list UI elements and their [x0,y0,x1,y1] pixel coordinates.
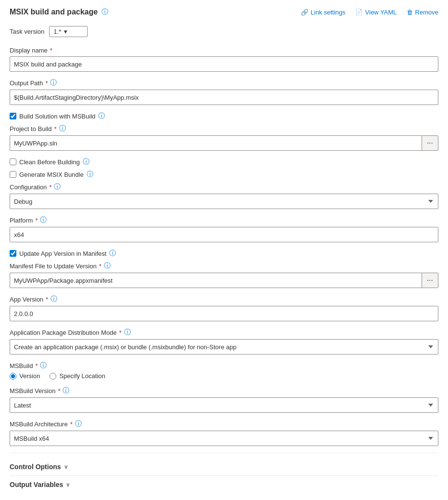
manifest-ellipsis-button[interactable]: ··· [422,273,438,288]
configuration-select[interactable]: Debug Release [10,194,438,209]
build-solution-checkbox[interactable] [10,113,16,119]
msbuild-version-radio-label[interactable]: Version [19,372,40,380]
output-variables-chevron-icon: ∨ [66,482,70,488]
manifest-info-icon[interactable]: ⓘ [104,262,111,270]
task-version-value: 1.* [53,28,61,35]
configuration-label: Configuration * ⓘ [10,183,438,191]
trash-icon: 🗑 [407,9,413,16]
msbuild-architecture-select[interactable]: MSBuild x64 MSBuild x86 [10,431,438,446]
msbuild-version-radio-row: Version [10,372,40,380]
msbuild-version-info-icon[interactable]: ⓘ [63,386,69,395]
distribution-mode-select[interactable]: Create an application package (.msix) or… [10,339,438,355]
display-name-input[interactable] [10,56,438,72]
msbuild-specify-radio-row: Specify Location [50,372,105,380]
header-left: MSIX build and package ⓘ [10,8,108,16]
msbuild-info-icon[interactable]: ⓘ [40,361,47,370]
distribution-info-icon[interactable]: ⓘ [124,328,131,337]
configuration-field: Configuration * ⓘ Debug Release [10,183,438,209]
view-yaml-button[interactable]: 📄 View YAML [355,9,397,16]
msbuild-version-label: MSBuild Version * ⓘ [10,386,438,395]
distribution-mode-label: Application Package Distribution Mode * … [10,328,438,337]
manifest-input[interactable] [10,273,422,288]
project-ellipsis-button[interactable]: ··· [422,135,438,151]
output-path-input[interactable] [10,90,438,105]
generate-msix-bundle-row: Generate MSIX Bundle ⓘ [10,170,438,179]
bundle-info-icon[interactable]: ⓘ [87,170,93,179]
remove-button[interactable]: 🗑 Remove [407,9,438,16]
msbuild-architecture-field: MSBuild Architecture * ⓘ MSBuild x64 MSB… [10,420,438,446]
msbuild-field: MSBuild * ⓘ Version Specify Location [10,361,438,380]
project-input[interactable] [10,135,422,151]
view-yaml-label: View YAML [365,9,397,16]
control-options-chevron-icon: ∨ [64,464,68,470]
control-options-label: Control Options [10,463,61,471]
update-version-info-icon[interactable]: ⓘ [109,249,116,258]
output-path-info-icon[interactable]: ⓘ [50,79,57,87]
remove-label: Remove [415,9,438,16]
project-to-build-label: Project to Build * ⓘ [10,124,438,133]
msbuild-architecture-info-icon[interactable]: ⓘ [75,420,82,428]
clean-before-building-label[interactable]: Clean Before Building [19,158,80,166]
app-version-field: App Version * ⓘ [10,295,438,321]
platform-field: Platform * ⓘ [10,216,438,242]
link-settings-button[interactable]: 🔗 Link settings [301,9,346,16]
project-info-icon[interactable]: ⓘ [59,124,66,133]
output-path-label: Output Path * ⓘ [10,79,438,87]
clean-before-building-checkbox[interactable] [10,158,16,165]
display-name-field: Display name * [10,47,438,72]
update-app-version-label[interactable]: Update App Version in Manifest [19,250,106,257]
link-icon: 🔗 [301,9,308,16]
task-version-label: Task version [10,28,44,35]
distribution-mode-field: Application Package Distribution Mode * … [10,328,438,355]
msbuild-version-field: MSBuild Version * ⓘ Latest 16.0 15.0 14.… [10,386,438,413]
control-options-section[interactable]: Control Options ∨ [10,458,438,475]
yaml-icon: 📄 [355,9,363,16]
build-solution-label[interactable]: Build Solution with MSBuild [19,113,95,120]
generate-msix-bundle-checkbox[interactable] [10,171,16,178]
app-version-info-icon[interactable]: ⓘ [51,295,57,303]
app-version-input[interactable] [10,306,438,321]
manifest-file-field: Manifest File to Update Version * ⓘ ··· [10,262,438,288]
link-settings-label: Link settings [311,9,346,16]
project-input-group: ··· [10,135,438,151]
clean-before-building-row: Clean Before Building ⓘ [10,158,438,166]
update-app-version-checkbox[interactable] [10,250,16,257]
manifest-input-group: ··· [10,273,438,288]
clean-info-icon[interactable]: ⓘ [83,158,90,166]
generate-msix-bundle-label[interactable]: Generate MSIX Bundle [19,171,84,178]
msbuild-radio-group: Version Specify Location [10,372,438,380]
project-to-build-field: Project to Build * ⓘ ··· [10,124,438,151]
msbuild-specify-radio[interactable] [50,373,56,380]
task-version-select[interactable]: 1.* ▾ [49,26,88,37]
chevron-down-icon: ▾ [64,28,67,35]
update-app-version-row: Update App Version in Manifest ⓘ [10,249,438,258]
task-version-row: Task version 1.* ▾ [10,26,438,37]
build-solution-row: Build Solution with MSBuild ⓘ [10,112,438,120]
manifest-file-label: Manifest File to Update Version * ⓘ [10,262,438,270]
config-info-icon[interactable]: ⓘ [54,183,61,191]
platform-info-icon[interactable]: ⓘ [40,216,47,224]
output-variables-label: Output Variables [10,481,63,488]
page-title: MSIX build and package [10,8,98,16]
platform-input[interactable] [10,227,438,242]
msbuild-specify-radio-label[interactable]: Specify Location [59,372,105,380]
header-actions: 🔗 Link settings 📄 View YAML 🗑 Remove [301,9,438,16]
app-version-label: App Version * ⓘ [10,295,438,303]
msbuild-version-select[interactable]: Latest 16.0 15.0 14.0 [10,397,438,413]
output-variables-section[interactable]: Output Variables ∨ [10,475,438,493]
display-name-label: Display name * [10,47,438,54]
page-header: MSIX build and package ⓘ 🔗 Link settings… [10,8,438,16]
build-solution-info-icon[interactable]: ⓘ [98,112,105,120]
msbuild-label: MSBuild * ⓘ [10,361,438,370]
title-info-icon[interactable]: ⓘ [102,8,108,16]
msbuild-version-radio[interactable] [10,373,16,380]
msbuild-architecture-label: MSBuild Architecture * ⓘ [10,420,438,428]
platform-label: Platform * ⓘ [10,216,438,224]
output-path-field: Output Path * ⓘ [10,79,438,105]
